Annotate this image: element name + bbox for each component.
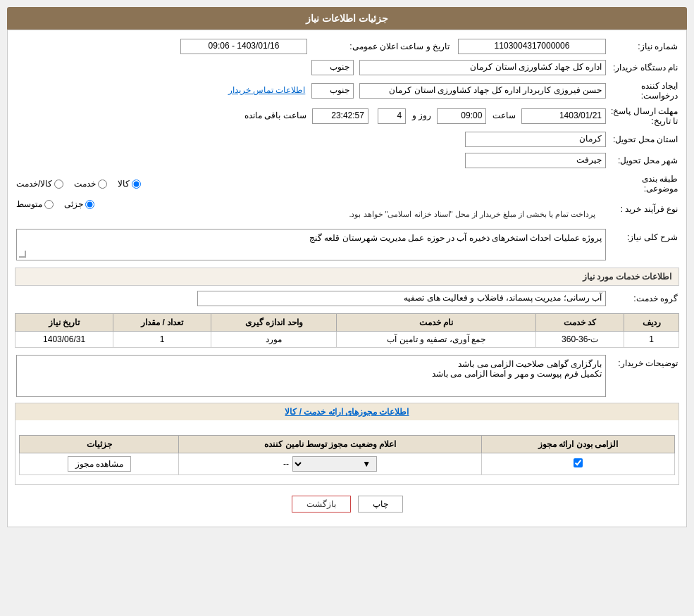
table-row: 1 ت-36-360 جمع آوری، تصفیه و تامین آب مو… xyxy=(16,332,679,348)
cell-row-num: 1 xyxy=(624,332,679,348)
purchase-motavasset-radio[interactable] xyxy=(44,200,54,209)
cell-service-code: ت-36-360 xyxy=(536,332,624,348)
announcement-date-value: 1403/01/16 - 09:06 xyxy=(180,39,307,54)
print-button[interactable]: چاپ xyxy=(358,496,403,513)
need-number-label: شماره نیاز: xyxy=(607,39,678,54)
purchase-jozvi-label: جزئی xyxy=(64,199,83,209)
category-kala-radio[interactable] xyxy=(132,180,141,189)
buyer-notes-text: بارگزاری گواهی صلاحیت الزامی می باشد تکم… xyxy=(16,355,606,397)
category-kala-khadamat-radio[interactable] xyxy=(54,180,63,189)
announcement-date-label: تاریخ و ساعت اعلان عمومی: xyxy=(309,39,450,54)
service-group-value: آب رسانی؛ مدیریت پسماند، فاضلاب و فعالیت… xyxy=(197,291,606,306)
category-kala-label: کالا xyxy=(118,179,130,189)
buyer-notes-label: توضیحات خریدار: xyxy=(607,355,678,397)
remaining-time: 23:42:57 xyxy=(312,108,368,124)
permit-required-checkbox[interactable] xyxy=(574,458,583,467)
permits-header[interactable]: اطلاعات مجوزهای ارائه خدمت / کالا xyxy=(16,403,678,420)
purchase-jozvi-radio[interactable] xyxy=(85,200,94,209)
category-label: طبقه بندی موضوعی: xyxy=(607,174,678,194)
need-number-value: 1103004317000006 xyxy=(458,39,606,54)
services-table: ردیف کد خدمت نام خدمت واحد اندازه گیری ت… xyxy=(15,313,679,348)
col-qty: تعداد / مقدار xyxy=(113,314,211,332)
service-info-header: اطلاعات خدمات مورد نیاز xyxy=(15,268,679,286)
requester-label: ایجاد کننده درخواست: xyxy=(607,81,678,101)
col-row-num: ردیف xyxy=(624,314,679,332)
requester-value: حسن فیروزی کاربردار اداره کل جهاد کشاورز… xyxy=(359,83,606,99)
col-service-name: نام خدمت xyxy=(337,314,536,332)
cell-unit: مورد xyxy=(211,332,337,348)
delivery-province-value: کرمان xyxy=(465,132,606,147)
cell-service-name: جمع آوری، تصفیه و تامین آب xyxy=(337,332,536,348)
requester-region: جنوب xyxy=(311,83,354,99)
col-date: تاریخ نیاز xyxy=(16,314,113,332)
permit-row: ▼ -- مشاهده مجوز xyxy=(20,453,675,475)
col-unit: واحد اندازه گیری xyxy=(211,314,337,332)
contact-info-link[interactable]: اطلاعات تماس خریدار xyxy=(228,85,306,95)
need-desc-label: شرح کلی نیاز: xyxy=(607,229,678,260)
delivery-city-label: شهر محل تحویل: xyxy=(607,153,678,168)
deadline-time: 09:00 xyxy=(437,108,486,124)
time-label: ساعت xyxy=(492,111,516,120)
cell-qty: 1 xyxy=(113,332,211,348)
back-button[interactable]: بازگشت xyxy=(292,496,351,513)
days-value: 4 xyxy=(378,108,406,124)
service-group-label: گروه خدمت: xyxy=(607,291,678,306)
view-permit-button[interactable]: مشاهده مجوز xyxy=(68,456,131,472)
deadline-date: 1403/01/21 xyxy=(521,108,606,124)
deadline-label: مهلت ارسال پاسخ: تا تاریخ: xyxy=(607,106,678,126)
buyer-org-value: اداره کل جهاد کشاورزی استان کرمان xyxy=(359,60,606,75)
buyer-org-region: جنوب xyxy=(311,60,354,75)
delivery-province-label: استان محل تحویل: xyxy=(607,132,678,147)
permit-status-value: -- xyxy=(283,459,289,469)
days-label: روز و xyxy=(412,111,431,120)
col-service-code: کد خدمت xyxy=(536,314,624,332)
page-title: جزئیات اطلاعات نیاز xyxy=(7,7,687,30)
delivery-city-value: جیرفت xyxy=(465,153,606,168)
col-permit-required: الزامی بودن ارائه مجوز xyxy=(481,436,674,453)
buyer-org-label: نام دستگاه خریدار: xyxy=(607,60,678,75)
purchase-type-label: نوع فرآیند خرید : xyxy=(607,199,678,219)
cell-date: 1403/06/31 xyxy=(16,332,113,348)
need-desc-text: پروژه عملیات احداث استخرهای ذخیره آب در … xyxy=(309,233,602,243)
category-khadamat-radio[interactable] xyxy=(98,180,107,189)
category-kala-khadamat-label: کالا/خدمت xyxy=(16,179,52,189)
permits-table: الزامی بودن ارائه مجوز اعلام وضعیت مجوز … xyxy=(19,435,675,475)
category-khadamat-label: خدمت xyxy=(74,179,96,189)
col-details: جزئیات xyxy=(20,436,179,453)
remaining-label: ساعت باقی مانده xyxy=(244,111,306,120)
col-permit-status: اعلام وضعیت مجوز توسط نامین کننده xyxy=(179,436,481,453)
purchase-note: پرداخت تمام یا بخشی از مبلغ خریدار از مح… xyxy=(349,210,595,218)
permit-status-select[interactable]: ▼ xyxy=(292,456,377,472)
purchase-motavasset-label: متوسط xyxy=(16,199,42,209)
